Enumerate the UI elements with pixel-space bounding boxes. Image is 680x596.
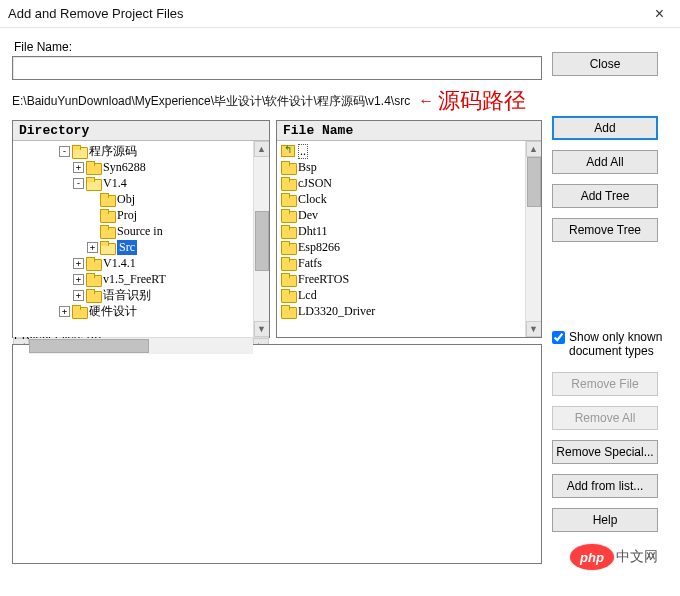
folder-icon [72, 305, 86, 317]
remove-special-button[interactable]: Remove Special... [552, 440, 658, 464]
file-list-scrollbar-v[interactable]: ▲ ▼ [525, 141, 541, 337]
directory-scrollbar-v[interactable]: ▲ ▼ [253, 141, 269, 337]
tree-item-label: Proj [117, 208, 137, 223]
tree-item[interactable]: +v1.5_FreeRT [17, 271, 249, 287]
tree-item[interactable]: -程序源码 [17, 143, 249, 159]
remove-file-button[interactable]: Remove File [552, 372, 658, 396]
folder-icon [281, 257, 295, 269]
tree-item[interactable]: +语音识别 [17, 287, 249, 303]
tree-item[interactable]: Proj [17, 207, 249, 223]
tree-item-label: Obj [117, 192, 135, 207]
file-item-label: Clock [298, 192, 327, 207]
file-name-label: File Name: [14, 40, 542, 54]
scroll-down-icon[interactable]: ▼ [526, 321, 542, 337]
folder-icon [86, 257, 100, 269]
folder-icon [86, 273, 100, 285]
tree-item[interactable]: -V1.4 [17, 175, 249, 191]
folder-icon [281, 225, 295, 237]
folder-icon [281, 305, 295, 317]
file-item-label: Lcd [298, 288, 317, 303]
file-list[interactable]: ..BspcJSONClockDevDht11Esp8266FatfsFreeR… [277, 141, 525, 337]
folder-icon [100, 209, 114, 221]
tree-item[interactable]: +Src [17, 239, 249, 255]
project-files-list[interactable] [12, 344, 542, 564]
folder-icon [281, 289, 295, 301]
tree-item-label: Syn6288 [103, 160, 146, 175]
file-list-pane: File Name ..BspcJSONClockDevDht11Esp8266… [276, 120, 542, 338]
expand-icon[interactable]: + [73, 258, 84, 269]
collapse-icon[interactable]: - [59, 146, 70, 157]
directory-scrollbar-h[interactable]: ◀ ▶ [13, 337, 269, 353]
file-item[interactable]: Dht11 [281, 223, 521, 239]
show-only-known-checkbox[interactable]: Show only known document types [552, 330, 668, 358]
expand-icon[interactable]: + [87, 242, 98, 253]
close-button[interactable]: Close [552, 52, 658, 76]
scroll-up-icon[interactable]: ▲ [254, 141, 270, 157]
checkbox-label: Show only known document types [569, 330, 668, 358]
file-item-label: Fatfs [298, 256, 322, 271]
scroll-up-icon[interactable]: ▲ [526, 141, 542, 157]
folder-icon [100, 241, 114, 253]
expand-icon[interactable]: + [59, 306, 70, 317]
annotation-text: 源码路径 [438, 86, 526, 116]
checkbox-input[interactable] [552, 331, 565, 344]
file-item[interactable]: Dev [281, 207, 521, 223]
help-button[interactable]: Help [552, 508, 658, 532]
expand-icon[interactable]: + [73, 274, 84, 285]
file-item[interactable]: Bsp [281, 159, 521, 175]
file-item[interactable]: LD3320_Driver [281, 303, 521, 319]
tree-item-label: 硬件设计 [89, 303, 137, 320]
file-item-label: Bsp [298, 160, 317, 175]
file-item-label: FreeRTOS [298, 272, 349, 287]
tree-item-label: V1.4 [103, 176, 127, 191]
folder-icon [86, 289, 100, 301]
close-icon[interactable]: × [647, 5, 672, 23]
folder-icon [100, 193, 114, 205]
file-item[interactable]: .. [281, 143, 521, 159]
remove-all-button[interactable]: Remove All [552, 406, 658, 430]
scroll-down-icon[interactable]: ▼ [254, 321, 270, 337]
file-item-label: LD3320_Driver [298, 304, 375, 319]
tree-item-label: V1.4.1 [103, 256, 136, 271]
expand-icon[interactable]: + [73, 162, 84, 173]
file-item-label: Dht11 [298, 224, 328, 239]
folder-icon [281, 273, 295, 285]
folder-icon [281, 241, 295, 253]
add-from-list-button[interactable]: Add from list... [552, 474, 658, 498]
file-item-label: Esp8266 [298, 240, 340, 255]
file-item[interactable]: Clock [281, 191, 521, 207]
directory-pane: Directory -程序源码+Syn6288-V1.4ObjProjSourc… [12, 120, 270, 338]
tree-item-label: 语音识别 [103, 287, 151, 304]
remove-tree-button[interactable]: Remove Tree [552, 218, 658, 242]
add-all-button[interactable]: Add All [552, 150, 658, 174]
tree-item[interactable]: +硬件设计 [17, 303, 249, 319]
tree-item-label: Src [117, 240, 137, 255]
folder-icon [281, 161, 295, 173]
add-button[interactable]: Add [552, 116, 658, 140]
tree-item[interactable]: Source in [17, 223, 249, 239]
collapse-icon[interactable]: - [73, 178, 84, 189]
file-item[interactable]: Lcd [281, 287, 521, 303]
folder-up-icon [281, 145, 295, 157]
tree-item-label: 程序源码 [89, 143, 137, 160]
add-tree-button[interactable]: Add Tree [552, 184, 658, 208]
file-item[interactable]: cJSON [281, 175, 521, 191]
tree-item[interactable]: +V1.4.1 [17, 255, 249, 271]
tree-item[interactable]: +Syn6288 [17, 159, 249, 175]
directory-tree[interactable]: -程序源码+Syn6288-V1.4ObjProjSource in+Src+V… [13, 141, 253, 337]
file-item[interactable]: Esp8266 [281, 239, 521, 255]
folder-icon [281, 177, 295, 189]
tree-item-label: Source in [117, 224, 163, 239]
folder-icon [281, 209, 295, 221]
file-list-header: File Name [277, 121, 541, 141]
directory-header: Directory [13, 121, 269, 141]
expand-icon[interactable]: + [73, 290, 84, 301]
folder-icon [281, 193, 295, 205]
file-item[interactable]: FreeRTOS [281, 271, 521, 287]
file-name-input[interactable] [12, 56, 542, 80]
window-title: Add and Remove Project Files [8, 6, 184, 21]
folder-icon [86, 161, 100, 173]
folder-icon [100, 225, 114, 237]
file-item[interactable]: Fatfs [281, 255, 521, 271]
tree-item[interactable]: Obj [17, 191, 249, 207]
